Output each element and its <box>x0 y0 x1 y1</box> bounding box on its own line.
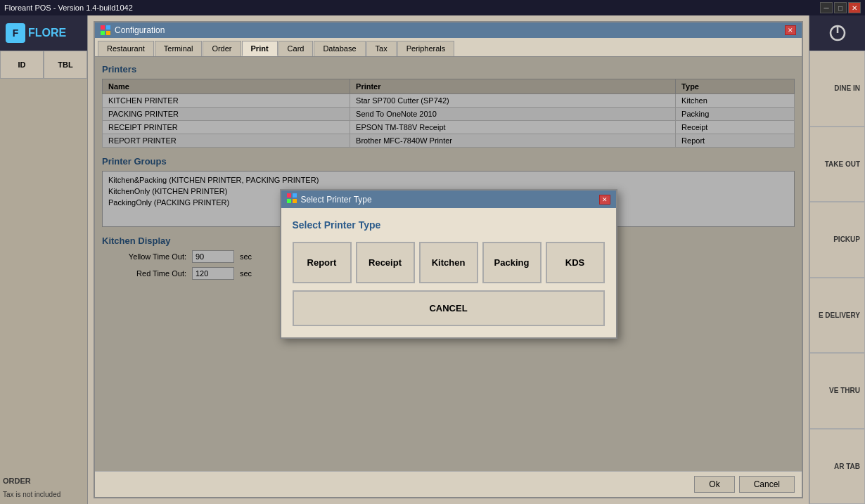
config-titlebar-left: Configuration <box>101 25 165 35</box>
drive-thru-button[interactable]: VE THRU <box>809 353 865 429</box>
delivery-button[interactable]: E DELIVERY <box>809 278 865 354</box>
logo-text: FLORE <box>28 27 66 39</box>
app-title: Floreant POS - Version 1.4-build1042 <box>4 4 133 12</box>
config-titlebar: Configuration ✕ <box>95 22 802 38</box>
svg-rect-0 <box>101 25 105 30</box>
modal-body: Select Printer Type Report Receipt Kitch… <box>281 208 616 337</box>
ok-button[interactable]: Ok <box>694 476 734 493</box>
tab-database[interactable]: Database <box>314 41 365 56</box>
config-window: Configuration ✕ Restaurant Terminal Orde… <box>94 21 803 498</box>
modal-report-button[interactable]: Report <box>293 242 352 283</box>
windows-logo-icon <box>101 25 110 35</box>
tab-tax[interactable]: Tax <box>366 41 397 56</box>
svg-rect-6 <box>287 199 291 203</box>
svg-rect-3 <box>106 31 110 35</box>
tab-card[interactable]: Card <box>278 41 314 56</box>
title-bar-title: Floreant POS - Version 1.4-build1042 <box>4 4 133 12</box>
power-button[interactable] <box>809 15 865 51</box>
maximize-button[interactable]: □ <box>834 2 847 13</box>
config-content: Printers Name Printer Type KITCHEN PRINT… <box>95 57 802 471</box>
modal-windows-logo-icon <box>287 193 297 205</box>
pickup-button[interactable]: PICKUP <box>809 202 865 278</box>
close-app-button[interactable]: ✕ <box>848 2 861 13</box>
logo-area: F FLORE <box>0 15 87 51</box>
modal-cancel-button[interactable]: CANCEL <box>293 290 605 326</box>
app-container: F FLORE ID TBL ORDER Tax is not included <box>0 15 865 504</box>
id-button[interactable]: ID <box>0 51 44 79</box>
config-close-button[interactable]: ✕ <box>785 25 796 35</box>
logo-icon: F <box>6 23 25 43</box>
modal-overlay: Select Printer Type ✕ Select Printer Typ… <box>95 57 802 471</box>
tbl-button[interactable]: TBL <box>44 51 87 79</box>
svg-rect-5 <box>293 193 297 198</box>
take-out-button[interactable]: TAKE OUT <box>809 127 865 202</box>
tab-restaurant[interactable]: Restaurant <box>98 41 154 56</box>
title-bar-controls: ─ □ ✕ <box>820 2 861 13</box>
right-panel: DINE IN TAKE OUT PICKUP E DELIVERY VE TH… <box>809 15 865 504</box>
modal-titlebar-left: Select Printer Type <box>287 193 372 205</box>
sidebar-actions <box>0 79 87 474</box>
tax-label: Tax is not included <box>0 488 87 504</box>
modal-subtitle: Select Printer Type <box>293 219 605 231</box>
svg-rect-4 <box>287 193 291 198</box>
modal-title: Select Printer Type <box>301 195 372 205</box>
main-content: Configuration ✕ Restaurant Terminal Orde… <box>88 15 809 504</box>
svg-rect-2 <box>101 31 105 35</box>
tab-peripherals[interactable]: Peripherals <box>397 41 455 56</box>
dine-in-button[interactable]: DINE IN <box>809 51 865 127</box>
order-label: ORDER <box>0 474 87 488</box>
tab-print[interactable]: Print <box>242 41 278 56</box>
modal-titlebar: Select Printer Type ✕ <box>281 190 616 208</box>
tab-terminal[interactable]: Terminal <box>155 41 203 56</box>
sidebar-btn-row: ID TBL <box>0 51 87 79</box>
bar-tab-button[interactable]: AR TAB <box>809 429 865 505</box>
cancel-button[interactable]: Cancel <box>739 476 795 493</box>
config-footer: Ok Cancel <box>95 471 802 497</box>
sidebar: F FLORE ID TBL ORDER Tax is not included <box>0 15 88 504</box>
modal-kds-button[interactable]: KDS <box>546 242 605 283</box>
modal-buttons-row: Report Receipt Kitchen Packing KDS <box>293 242 605 283</box>
modal-kitchen-button[interactable]: Kitchen <box>419 242 478 283</box>
svg-rect-7 <box>293 199 297 203</box>
modal-receipt-button[interactable]: Receipt <box>356 242 415 283</box>
tab-bar: Restaurant Terminal Order Print Card Dat… <box>95 38 802 57</box>
svg-rect-1 <box>106 25 110 30</box>
config-title: Configuration <box>115 25 165 35</box>
modal-packing-button[interactable]: Packing <box>482 242 542 283</box>
modal-dialog: Select Printer Type ✕ Select Printer Typ… <box>280 189 617 339</box>
minimize-button[interactable]: ─ <box>820 2 833 13</box>
tab-order[interactable]: Order <box>203 41 241 56</box>
title-bar: Floreant POS - Version 1.4-build1042 ─ □… <box>0 0 865 15</box>
modal-close-button[interactable]: ✕ <box>599 195 610 205</box>
